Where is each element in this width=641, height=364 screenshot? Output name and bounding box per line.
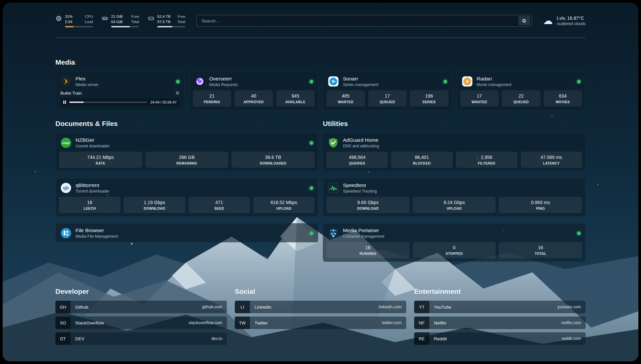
search-input[interactable]: [201, 18, 518, 23]
app-title: Radarr: [477, 76, 511, 82]
sonarr-card[interactable]: Sonarr Series management 485 WANTED 17 Q…: [323, 72, 452, 110]
bookmark-linkedin[interactable]: LI LinkedIn linkedin.com: [235, 301, 406, 313]
stat-available: 945 AVAILABLE: [276, 90, 315, 106]
bookmark-url: youtube.com: [557, 305, 581, 309]
dev-icon: DT: [55, 332, 71, 345]
disk-widget: 52.4 TB 97.9 TB Free Total: [148, 14, 185, 27]
bookmark-name: Github: [75, 305, 88, 310]
pause-button[interactable]: [63, 101, 66, 104]
stat-pending: 21 PENDING: [193, 90, 231, 106]
nzbget-card[interactable]: nzbget NZBGet Usenet downloader 744.21 M…: [55, 133, 318, 171]
topbar-divider: [55, 38, 586, 38]
stackoverflow-icon: SO: [55, 317, 71, 329]
stat-downloaded: 39.6 TB DOWNLOADED: [231, 152, 315, 168]
stat-rate: 744.21 Mbps RATE: [59, 152, 142, 168]
cpu-widget: 31% 2.94 CPU Load: [55, 14, 93, 27]
disk-label-top: Free: [177, 14, 185, 19]
section-title-media: Media: [55, 58, 586, 66]
disk-total-value: 97.9 TB: [157, 19, 170, 25]
section-title-utilities: Utilities: [323, 120, 586, 128]
stat-filtered: 2,956 FILTERED: [456, 152, 517, 168]
bookmark-stackoverflow[interactable]: SO StackOverflow stackoverflow.com: [55, 317, 227, 329]
cpu-icon: [55, 15, 62, 22]
ram-widget: 21 GiB 64 GiB Free Total: [102, 14, 139, 27]
weather-location: Lviv, 16.87°C: [557, 15, 586, 21]
ram-total-value: 64 GiB: [111, 19, 123, 25]
radarr-card[interactable]: Radarr Movie management 17 WANTED 22 QUE…: [457, 72, 586, 110]
ram-icon: [102, 15, 108, 22]
app-title: Sonarr: [343, 76, 378, 82]
bookmark-dev[interactable]: DT DEV dev.to: [55, 332, 227, 345]
app-subtitle: Media Requests: [209, 82, 238, 87]
overseerr-icon: [194, 76, 205, 87]
playback-progress-fill: [69, 102, 84, 103]
plex-card[interactable]: Plex Media server Bullet Train ⚙: [55, 72, 185, 110]
bookmarks-area: Developer GH Github github.com SO StackO…: [55, 288, 586, 348]
section-title-social: Social: [235, 288, 406, 295]
documents-column: Documents & Files nzbget NZBGet Usenet d…: [55, 120, 318, 249]
disk-progress-bar: [157, 26, 185, 27]
playback-progress-bar[interactable]: [69, 102, 147, 103]
bookmark-reddit[interactable]: RE Reddit reddit.com: [414, 332, 586, 345]
section-title-developer: Developer: [55, 288, 227, 295]
speedtest-card[interactable]: Speedtest Speedtest Tracking 9.65 Gbps D…: [323, 178, 586, 217]
portainer-card[interactable]: Media Portainer Container management 16 …: [323, 223, 586, 262]
qbittorrent-card[interactable]: qb qBittorrent Torrent downloader 16 LEE…: [55, 178, 318, 217]
stat-wanted: 485 WANTED: [326, 90, 365, 106]
filebrowser-card[interactable]: File Browser Media File Management: [55, 223, 318, 242]
status-dot: [310, 80, 313, 83]
stat-approved: 40 APPROVED: [234, 90, 273, 106]
app-subtitle: Media File Management: [76, 234, 118, 239]
bookmarks-entertainment: Entertainment YT YouTube youtube.com NF …: [414, 288, 586, 348]
bookmark-name: DEV: [75, 336, 84, 341]
cpu-progress-fill: [65, 26, 74, 27]
cpu-usage-value: 31%: [65, 14, 73, 19]
linkedin-icon: LI: [235, 301, 250, 313]
bookmark-github[interactable]: GH Github github.com: [55, 301, 227, 313]
youtube-icon: YT: [414, 301, 429, 313]
stat-seed: 471 SEED: [189, 197, 250, 213]
bookmark-url: github.com: [202, 305, 222, 309]
stat-queries: 498,564 QUERIES: [326, 152, 388, 168]
bookmark-name: Twitter: [255, 320, 268, 325]
app-subtitle: Media server: [76, 82, 98, 87]
app-title: NZBGet: [76, 137, 109, 143]
bookmark-url: stackoverflow.com: [189, 320, 222, 325]
plex-icon: [60, 76, 72, 87]
app-title: Plex: [76, 76, 98, 82]
bookmark-url: netflix.com: [561, 320, 581, 325]
bookmark-name: YouTube: [434, 305, 451, 310]
disk-icon: [148, 15, 154, 22]
media-grid: Plex Media server Bullet Train ⚙: [55, 72, 586, 110]
stat-download: 9.65 Gbps DOWNLOAD: [326, 197, 410, 213]
playback-strip: 24:44 / 02:06:47: [60, 98, 180, 106]
status-dot: [176, 80, 180, 83]
dashboard-window: 31% 2.94 CPU Load: [3, 3, 638, 361]
stat-download: 1.19 Gbps DOWNLOAD: [124, 197, 185, 213]
bookmark-youtube[interactable]: YT YouTube youtube.com: [414, 301, 586, 313]
app-subtitle: Container management: [343, 234, 384, 239]
bookmark-netflix[interactable]: NF Netflix netflix.com: [414, 317, 586, 329]
ram-label-bottom: Total: [131, 19, 139, 25]
app-subtitle: DNS and adblocking: [343, 144, 379, 148]
app-subtitle: Speedtest Tracking: [343, 189, 377, 194]
section-title-entertainment: Entertainment: [414, 288, 586, 295]
cpu-load-value: 2.94: [65, 19, 73, 25]
svg-text:nzbget: nzbget: [62, 142, 70, 144]
utilities-column: Utilities AdGuard: [323, 120, 586, 268]
bookmark-twitter[interactable]: TW Twitter twitter.com: [235, 317, 406, 329]
nzbget-icon: nzbget: [60, 137, 72, 148]
stat-latency: 47.569 ms LATENCY: [521, 152, 582, 168]
gear-icon[interactable]: ⚙: [175, 90, 180, 96]
section-title-documents: Documents & Files: [55, 120, 318, 128]
status-dot: [577, 80, 581, 83]
search-engine-button[interactable]: G: [518, 16, 530, 25]
stat-total: 16 TOTAL: [499, 242, 582, 258]
overseerr-card[interactable]: Overseerr Media Requests 21 PENDING 40 A…: [189, 72, 319, 110]
dashboard: { "colors": { "status_online": "#3ac56f"…: [0, 0, 641, 364]
stat-wanted: 17 WANTED: [460, 90, 499, 106]
app-subtitle: Series management: [343, 82, 378, 87]
adguard-card[interactable]: AdGuard Home DNS and adblocking 498,564 …: [323, 133, 586, 171]
dashboard-content: 31% 2.94 CPU Load: [3, 3, 638, 361]
portainer-icon: [328, 228, 339, 239]
